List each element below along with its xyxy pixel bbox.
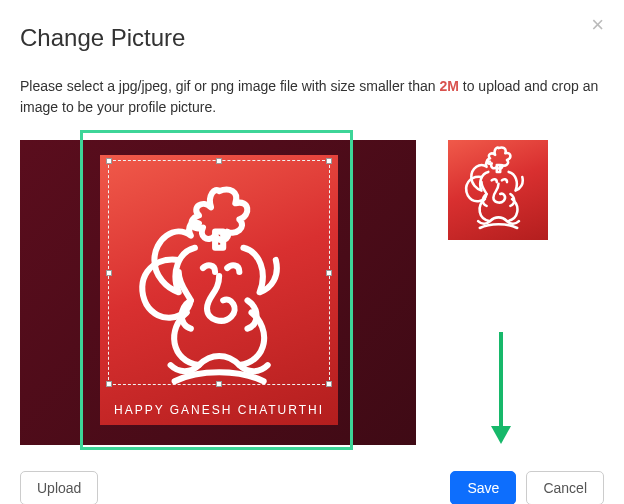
crop-handle-s[interactable] xyxy=(216,381,222,387)
editor-row: happy ganesh chaturthi xyxy=(20,140,604,445)
crop-handle-nw[interactable] xyxy=(106,158,112,164)
modal-title: Change Picture xyxy=(20,24,604,52)
cancel-button[interactable]: Cancel xyxy=(526,471,604,504)
instructions-pre: Please select a jpg/jpeg, gif or png ima… xyxy=(20,78,439,94)
crop-handle-ne[interactable] xyxy=(326,158,332,164)
modal-footer: Upload Save Cancel xyxy=(20,467,604,504)
svg-marker-1 xyxy=(491,426,511,444)
upload-instructions: Please select a jpg/jpeg, gif or png ima… xyxy=(20,76,604,118)
change-picture-modal: × Change Picture Please select a jpg/jpe… xyxy=(0,0,624,504)
size-limit: 2M xyxy=(439,78,458,94)
crop-handle-sw[interactable] xyxy=(106,381,112,387)
crop-selection[interactable] xyxy=(108,160,330,385)
close-icon[interactable]: × xyxy=(591,14,604,36)
crop-handle-e[interactable] xyxy=(326,270,332,276)
image-crop-editor[interactable]: happy ganesh chaturthi xyxy=(20,140,416,445)
crop-handle-se[interactable] xyxy=(326,381,332,387)
save-button[interactable]: Save xyxy=(450,471,516,504)
image-caption: happy ganesh chaturthi xyxy=(100,403,338,417)
ganesha-icon xyxy=(456,143,541,237)
crop-preview-thumbnail xyxy=(448,140,548,240)
crop-handle-n[interactable] xyxy=(216,158,222,164)
annotation-arrow-icon xyxy=(488,328,514,448)
upload-button[interactable]: Upload xyxy=(20,471,98,504)
footer-right-group: Save Cancel xyxy=(450,471,604,504)
crop-handle-w[interactable] xyxy=(106,270,112,276)
